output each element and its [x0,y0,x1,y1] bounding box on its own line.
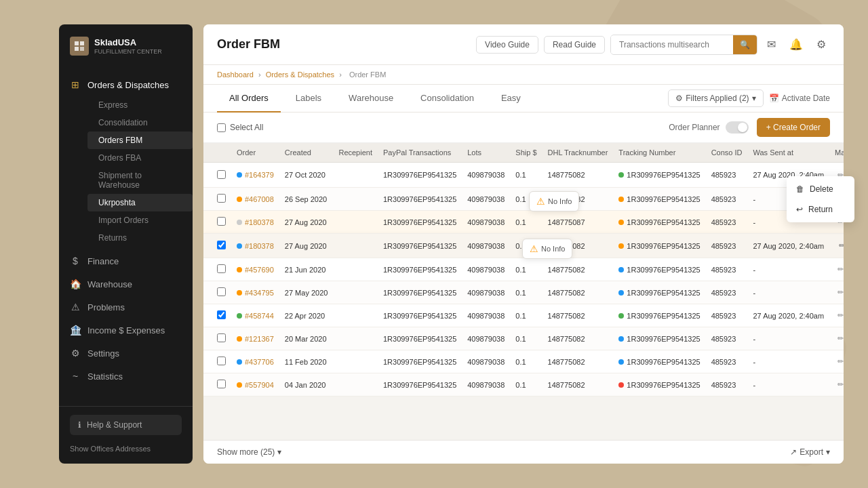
order-link[interactable]: #557904 [245,381,274,389]
sidebar-subitem-orders-fba[interactable]: Orders FBA [87,149,193,167]
table-footer: Show more (25) ▾ ↗ Export ▾ [203,440,844,464]
edit-button[interactable]: ✏ Edit [835,239,844,252]
search-icon: 🔍 [740,40,750,49]
order-link[interactable]: #458744 [245,312,274,320]
sidebar-item-orders-dispatches[interactable]: ⊞ Orders & Dispatches [59,73,193,96]
select-all-label[interactable]: Select All [217,123,263,132]
sidebar-subitem-express[interactable]: Express [87,96,193,114]
read-guide-button[interactable]: Read Guide [544,36,605,54]
search-button[interactable]: 🔍 [733,35,757,54]
order-link[interactable]: #180378 [245,218,274,226]
help-support-button[interactable]: ℹ Help & Support [70,415,182,435]
breadcrumb-orders-dispatches[interactable]: Orders & Dispatches [266,70,334,79]
tracking-dot [618,382,624,388]
tracking-number: 1R309976EP9541325 [613,327,705,350]
recipient [333,281,378,304]
tracking-dot [618,336,624,342]
select-all-checkbox[interactable] [217,123,226,132]
orders-table: Order Created Recepient PayPal Transacti… [203,143,844,396]
col-manage: Manage [829,143,844,163]
dhl-track: 148775082 [542,281,614,304]
row-checkbox[interactable] [217,357,226,365]
order-link[interactable]: #180378 [245,242,274,250]
paypal-tx: 1R309976EP9541325 [378,234,462,258]
row-checkbox[interactable] [217,333,226,342]
video-guide-button[interactable]: Video Guide [476,36,538,54]
order-link[interactable]: #121367 [245,335,274,343]
sent-at: - [747,258,829,281]
sidebar-subitem-import[interactable]: Import Orders [87,211,193,229]
order-planner-label: Order Planner [669,123,719,132]
order-planner-toggle[interactable] [726,121,749,134]
edit-button[interactable]: ✏ Edit [835,356,844,367]
row-checkbox[interactable] [217,264,226,273]
calendar-icon: 📅 [769,94,779,103]
created-date: 27 Aug 2020 [279,211,334,234]
export-label: Export [800,447,823,457]
conso-id: 485923 [706,350,748,373]
filters-button[interactable]: ⚙ Filters Applied (2) ▾ [668,89,763,107]
row-checkbox[interactable] [217,287,226,296]
status-dot [237,336,242,342]
edit-button[interactable]: ✏ Edit [835,264,844,275]
sidebar-item-label: Orders & Dispatches [87,80,169,90]
col-checkbox [203,143,231,163]
order-link[interactable]: #164379 [245,171,274,179]
sidebar-item-problems[interactable]: ⚠ Problems [59,296,193,319]
sidebar-item-warehouse[interactable]: 🏠 Warehouse [59,272,193,296]
activate-date-button[interactable]: 📅 Activate Date [769,94,830,103]
show-more-button[interactable]: Show more (25) ▾ [217,447,281,457]
edit-button[interactable]: ✏ Edit [835,333,844,344]
row-checkbox[interactable] [217,170,226,179]
sidebar-item-income-expenses[interactable]: 🏦 Income $ Expenses [59,319,193,342]
row-checkbox[interactable] [217,241,226,249]
gear-icon: ⚙ [816,39,826,50]
sidebar-item-statistics[interactable]: ~ Statistics [59,365,193,388]
sidebar-subitem-shipment[interactable]: Shipment to Warehouse [87,167,193,194]
mail-button[interactable]: ✉ [763,34,780,55]
order-link[interactable]: #434795 [245,289,274,297]
row-checkbox[interactable] [217,194,226,203]
sidebar-subitem-returns[interactable]: Returns [87,229,193,247]
dropdown-item-delete[interactable]: 🗑 Delete [787,179,854,199]
table-header: Order Created Recepient PayPal Transacti… [203,143,844,163]
tracking-dot [618,172,624,178]
edit-button[interactable]: ✏ Edit [835,379,844,390]
paypal-tx: 1R309976EP9541325 [378,163,462,188]
order-link[interactable]: #457690 [245,266,274,274]
sidebar-subitem-ukrposhta[interactable]: Ukrposhta [87,194,193,211]
edit-button[interactable]: ✏ Edit [835,310,844,321]
breadcrumb-dashboard[interactable]: Dashboard [217,70,254,79]
export-button[interactable]: ↗ Export ▾ [790,447,830,457]
sidebar-subnav: Express Consolidation Orders FBM Orders … [59,96,193,247]
tab-all-orders[interactable]: All Orders [217,85,281,113]
sidebar-subitem-orders-fbm[interactable]: Orders FBM [87,131,193,149]
tracking-number: 1R309976EP9541325 [613,281,705,304]
sidebar-item-finance[interactable]: $ Finance [59,249,193,272]
order-link[interactable]: #437706 [245,358,274,366]
show-offices-link[interactable]: Show Offices Addresses [70,442,182,455]
row-checkbox[interactable] [217,310,226,319]
row-checkbox[interactable] [217,380,226,388]
tab-easy[interactable]: Easy [489,85,533,113]
action-buttons: ✏ Edit 🗑 Delete ⎘ Copy [835,379,844,390]
status-dot [237,313,242,319]
sidebar-item-settings[interactable]: ⚙ Settings [59,342,193,365]
tracking-dot [618,267,624,272]
edit-button[interactable]: ✏ Edit [835,287,844,298]
create-order-button[interactable]: + Create Order [757,118,830,137]
col-recipient: Recepient [333,143,378,163]
search-input[interactable] [611,36,733,54]
lots: 409879038 [462,281,510,304]
tab-warehouse[interactable]: Warehouse [336,85,406,113]
tab-consolidation[interactable]: Consolidation [408,85,486,113]
tab-labels[interactable]: Labels [283,85,334,113]
row-checkbox[interactable] [217,217,226,226]
app-settings-button[interactable]: ⚙ [812,34,830,55]
logo-title: SkladUSA [94,37,162,48]
sidebar-subitem-consolidation[interactable]: Consolidation [87,114,193,131]
notifications-button[interactable]: 🔔 [785,34,807,55]
paypal-tx: 1R309976EP9541325 [378,373,462,396]
dropdown-item-return[interactable]: ↩ Return [787,199,854,220]
order-link[interactable]: #467008 [245,195,274,203]
